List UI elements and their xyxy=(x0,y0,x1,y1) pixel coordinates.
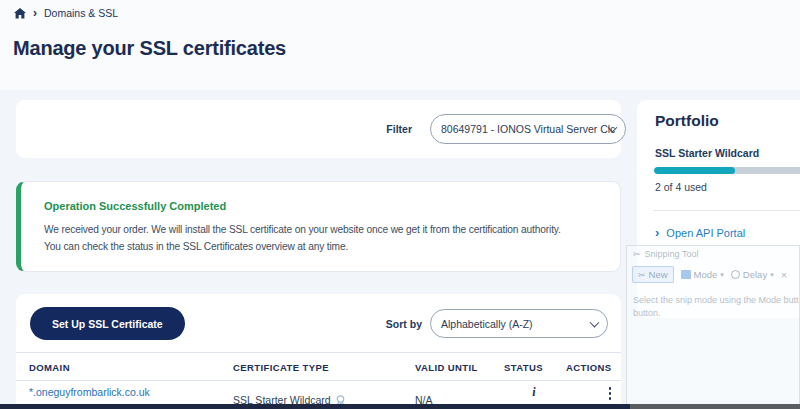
contract-filter-value: 80649791 - IONOS Virtual Server Clc xyxy=(441,123,615,135)
caret-down-icon: ▾ xyxy=(720,271,724,279)
home-icon[interactable] xyxy=(14,8,26,19)
domain-link[interactable]: *.oneguyfrombarlick.co.uk xyxy=(29,386,150,398)
portfolio-product-name: SSL Starter Wildcard xyxy=(655,147,759,159)
hint-line: Select the snip mode using the Mode butt… xyxy=(633,294,800,307)
certificates-card: Set Up SSL Certificate Sort by Alphabeti… xyxy=(16,294,621,409)
portfolio-title: Portfolio xyxy=(655,112,719,130)
taskbar-edge-left xyxy=(0,404,630,409)
chevron-down-icon xyxy=(590,317,600,327)
snipping-tool-title: Snipping Tool xyxy=(645,249,699,259)
snipping-tool-toolbar: ✂ New Mode ▾ Delay ▾ × xyxy=(632,266,787,283)
kebab-menu-icon[interactable] xyxy=(600,387,620,400)
contract-filter-select[interactable]: 80649791 - IONOS Virtual Server Clc xyxy=(430,114,626,144)
usage-progress-fill xyxy=(654,167,735,174)
new-snip-button[interactable]: ✂ New xyxy=(632,266,674,283)
hint-line: button. xyxy=(633,307,800,320)
clock-icon xyxy=(731,270,740,279)
ssl-manager-page: › Domains & SSL Manage your SSL certific… xyxy=(0,0,800,409)
usage-progress-bar xyxy=(654,167,800,174)
filter-label: Filter xyxy=(346,100,412,158)
new-snip-label: New xyxy=(649,269,668,280)
scissors-icon: ✂ xyxy=(633,249,641,259)
sort-by-select[interactable]: Alphabetically (A-Z) xyxy=(430,309,608,338)
column-header-certificate-type: CERTIFICATE TYPE xyxy=(233,353,329,382)
snipping-tool-ghost-window: ✂ Snipping Tool ✂ New Mode ▾ Delay ▾ × S… xyxy=(626,245,800,405)
info-icon[interactable]: i xyxy=(519,385,549,400)
column-header-domain: DOMAIN xyxy=(29,353,70,382)
scissors-icon: ✂ xyxy=(638,270,646,280)
table-header-row: DOMAIN CERTIFICATE TYPE VALID UNTIL STAT… xyxy=(16,352,621,381)
mode-button[interactable]: Mode ▾ xyxy=(681,269,724,280)
snipping-tool-hint: Select the snip mode using the Mode butt… xyxy=(633,294,800,320)
open-api-portal-label: Open API Portal xyxy=(666,227,745,239)
column-header-actions: ACTIONS xyxy=(566,353,612,382)
breadcrumb-chevron-icon: › xyxy=(33,7,37,19)
alert-body: We received your order. We will install … xyxy=(44,221,619,255)
mode-label: Mode xyxy=(694,269,718,280)
divider xyxy=(653,210,800,211)
mode-icon xyxy=(681,270,691,279)
snipping-tool-titlebar: ✂ Snipping Tool xyxy=(633,249,698,259)
close-icon[interactable]: × xyxy=(781,269,787,281)
open-api-portal-link[interactable]: › Open API Portal xyxy=(655,226,745,239)
success-alert: Operation Successfully Completed We rece… xyxy=(16,181,621,272)
breadcrumb: › Domains & SSL xyxy=(14,7,118,19)
column-header-valid-until: VALID UNTIL xyxy=(415,353,478,382)
alert-title: Operation Successfully Completed xyxy=(44,200,226,212)
alert-body-line: You can check the status in the SSL Cert… xyxy=(44,238,619,255)
sort-by-label: Sort by xyxy=(356,307,422,340)
page-title: Manage your SSL certificates xyxy=(13,37,286,60)
usage-text: 2 of 4 used xyxy=(655,181,707,193)
setup-ssl-certificate-button[interactable]: Set Up SSL Certificate xyxy=(30,307,185,340)
column-header-status: STATUS xyxy=(504,353,543,382)
delay-button[interactable]: Delay ▾ xyxy=(731,269,774,280)
alert-body-line: We received your order. We will install … xyxy=(44,221,619,238)
breadcrumb-item-domains-ssl[interactable]: Domains & SSL xyxy=(44,7,118,19)
caret-down-icon: ▾ xyxy=(770,271,774,279)
chevron-right-icon: › xyxy=(655,226,659,239)
delay-label: Delay xyxy=(743,269,767,280)
filter-card: Filter 80649791 - IONOS Virtual Server C… xyxy=(16,100,621,158)
sort-by-value: Alphabetically (A-Z) xyxy=(441,318,533,330)
ghost-window-bottom-edge xyxy=(630,404,800,409)
